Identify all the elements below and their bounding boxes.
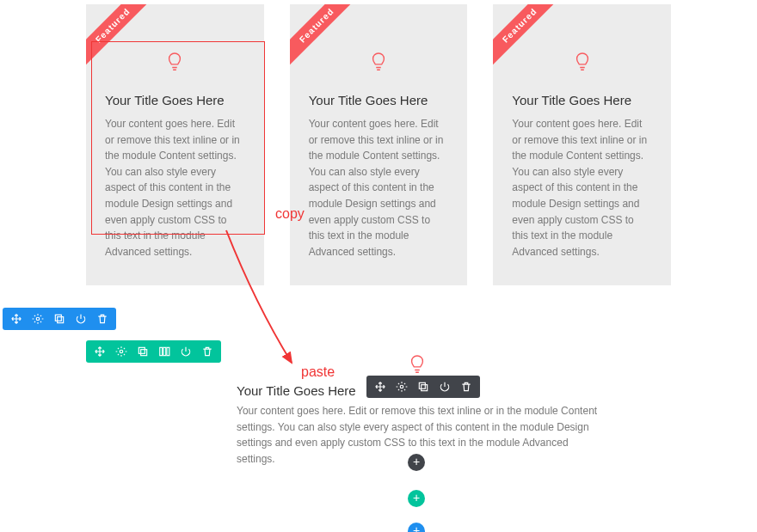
card-body: Your content goes here. Edit or remove t… <box>309 116 449 260</box>
svg-point-9 <box>400 385 403 388</box>
svg-rect-1 <box>55 315 61 321</box>
svg-rect-6 <box>160 347 163 355</box>
card-title: Your Title Goes Here <box>309 93 449 107</box>
svg-rect-4 <box>138 347 145 353</box>
move-icon[interactable] <box>374 381 386 393</box>
card-title: Your Title Goes Here <box>105 93 245 107</box>
svg-rect-5 <box>141 350 147 356</box>
blurb-card[interactable]: Featured Your Title Goes Here Your conte… <box>290 4 468 285</box>
bulb-icon <box>309 52 449 74</box>
card-body: Your content goes here. Edit or remove t… <box>105 116 245 260</box>
blurb-card[interactable]: Featured Your Title Goes Here Your conte… <box>86 4 264 285</box>
columns-icon[interactable] <box>158 345 170 358</box>
svg-rect-11 <box>422 385 428 391</box>
duplicate-icon[interactable] <box>417 381 429 393</box>
pasted-blurb[interactable]: Your Title Goes Here Your content goes h… <box>237 354 598 467</box>
power-icon[interactable] <box>75 313 87 325</box>
gear-icon[interactable] <box>396 381 408 393</box>
add-row-button[interactable]: + <box>408 490 425 507</box>
duplicate-icon[interactable] <box>137 345 149 358</box>
svg-point-0 <box>36 317 40 321</box>
featured-cards-row: Featured Your Title Goes Here Your conte… <box>0 4 757 285</box>
bulb-icon <box>105 52 245 74</box>
section-toolbar <box>3 308 116 330</box>
module-toolbar <box>366 376 480 398</box>
gear-icon[interactable] <box>115 345 127 358</box>
svg-rect-2 <box>58 317 64 323</box>
card-title: Your Title Goes Here <box>512 93 652 107</box>
gear-icon[interactable] <box>32 313 44 325</box>
bulb-icon <box>237 354 598 376</box>
trash-icon[interactable] <box>201 345 213 358</box>
move-icon[interactable] <box>10 313 22 325</box>
card-body: Your content goes here. Edit or remove t… <box>512 116 652 260</box>
bulb-icon <box>512 52 652 74</box>
trash-icon[interactable] <box>460 381 472 393</box>
svg-rect-10 <box>419 382 425 388</box>
svg-rect-7 <box>163 347 166 355</box>
add-section-button[interactable]: + <box>408 523 425 532</box>
svg-rect-8 <box>167 347 169 355</box>
copy-annotation: copy <box>275 206 305 222</box>
row-toolbar <box>86 340 221 363</box>
add-module-button[interactable]: + <box>408 454 425 471</box>
blurb-card[interactable]: Featured Your Title Goes Here Your conte… <box>493 4 671 285</box>
power-icon[interactable] <box>180 345 192 358</box>
power-icon[interactable] <box>439 381 451 393</box>
svg-point-3 <box>120 350 123 353</box>
duplicate-icon[interactable] <box>53 313 65 325</box>
move-icon[interactable] <box>94 345 106 358</box>
trash-icon[interactable] <box>96 313 108 325</box>
